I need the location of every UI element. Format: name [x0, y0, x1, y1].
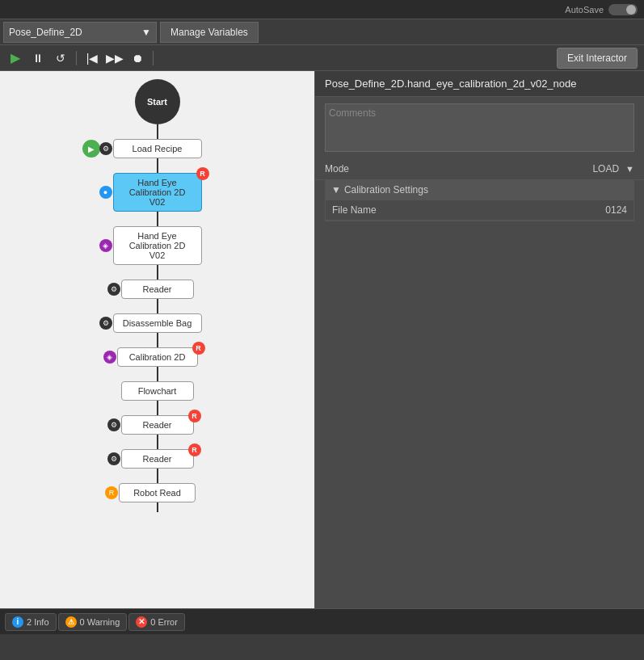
main-content: Start ▶ ⚙ Load Recipe ● R: [0, 71, 644, 608]
robot-read-icon: R: [105, 486, 118, 499]
hand-eye-1-label: Hand EyeCalibration 2DV02: [129, 178, 186, 207]
robot-read-label: Robot Read: [133, 488, 181, 498]
manage-variables-label: Manage Variables: [170, 27, 248, 38]
calibration-2d-icon: ◈: [103, 351, 116, 364]
node-load-recipe[interactable]: ▶ ⚙ Load Recipe: [113, 139, 202, 158]
reader-2-icon: ⚙: [107, 418, 120, 431]
node-hand-eye-2[interactable]: ◈ Hand EyeCalibration 2DV02: [113, 226, 202, 265]
reader-3-badge: R: [188, 444, 201, 456]
exit-interactor-button[interactable]: Exit Interactor: [557, 48, 638, 69]
robot-read-box[interactable]: R Robot Read: [119, 483, 196, 502]
manage-variables-button[interactable]: Manage Variables: [160, 22, 259, 43]
disassemble-bag-box[interactable]: ⚙ Disassemble Bag: [113, 313, 202, 333]
reader-1-box[interactable]: ⚙ Reader: [121, 280, 194, 299]
disassemble-bag-icon: ⚙: [99, 317, 112, 330]
flowchart-panel: Start ▶ ⚙ Load Recipe ● R: [0, 71, 315, 608]
connector-9: [157, 435, 158, 449]
load-recipe-icon: ⚙: [99, 142, 112, 155]
right-panel: Pose_Define_2D.hand_eye_calibration_2d_v…: [315, 71, 644, 608]
load-recipe-label: Load Recipe: [133, 144, 183, 153]
reader-3-icon: ⚙: [107, 452, 120, 465]
connector-4: [157, 265, 158, 280]
calib-val-filename: 0124: [605, 204, 627, 216]
hand-eye-2-box[interactable]: ◈ Hand EyeCalibration 2DV02: [113, 226, 202, 265]
comments-area[interactable]: Comments: [325, 103, 634, 152]
warning-status-badge[interactable]: ⚠ 0 Warning: [58, 613, 128, 631]
skip-forward-button[interactable]: ▶▶: [106, 49, 124, 67]
hand-eye-1-box[interactable]: ● R Hand EyeCalibration 2DV02: [113, 173, 202, 212]
warning-icon: ⚠: [65, 616, 77, 628]
mode-label: Mode: [325, 163, 592, 174]
reader-2-badge: R: [188, 410, 201, 422]
node-disassemble-bag[interactable]: ⚙ Disassemble Bag: [113, 313, 202, 333]
mode-value: LOAD: [592, 163, 619, 174]
node-robot-read[interactable]: R Robot Read: [119, 483, 196, 502]
error-status-badge[interactable]: ✕ 0 Error: [128, 613, 185, 631]
refresh-button[interactable]: ↺: [52, 49, 69, 67]
reader-2-label: Reader: [142, 420, 171, 430]
node-flowchart[interactable]: Flowchart: [121, 381, 194, 401]
node-reader-1[interactable]: ⚙ Reader: [121, 280, 194, 299]
autosave-toggle[interactable]: [608, 4, 638, 15]
autosave-label: AutoSave: [565, 5, 604, 15]
start-node-label: Start: [135, 79, 180, 124]
hand-eye-1-badge: R: [196, 167, 209, 180]
node-hand-eye-1[interactable]: ● R Hand EyeCalibration 2DV02: [113, 173, 202, 212]
reader-1-label: Reader: [142, 284, 171, 294]
play-indicator-icon: ▶: [82, 140, 100, 158]
calib-row-filename: File Name 0124: [326, 200, 633, 221]
calib-key-filename: File Name: [332, 204, 605, 216]
calib-body: File Name 0124: [325, 200, 634, 221]
node-title: Pose_Define_2D.hand_eye_calibration_2d_v…: [315, 71, 644, 97]
flowchart-box[interactable]: Flowchart: [121, 381, 194, 401]
reader-2-box[interactable]: ⚙ R Reader: [121, 415, 194, 435]
playback-bar: ▶ ⏸ ↺ |◀ ▶▶ ⏺ Exit Interactor: [0, 45, 644, 71]
autosave-area: AutoSave: [565, 4, 638, 15]
disassemble-bag-label: Disassemble Bag: [123, 318, 192, 328]
connector-2: [157, 158, 158, 173]
flowchart-area[interactable]: Start ▶ ⚙ Load Recipe ● R: [0, 71, 314, 608]
mode-row: Mode LOAD ▼: [315, 158, 644, 180]
node-reader-3[interactable]: ⚙ R Reader: [121, 449, 194, 469]
play-button[interactable]: ▶: [6, 49, 24, 67]
calib-header[interactable]: ▼ Calibration Settings: [325, 180, 634, 200]
load-recipe-box[interactable]: ⚙ Load Recipe: [113, 139, 202, 158]
separator-2: [153, 51, 154, 65]
record-button[interactable]: ⏺: [128, 49, 146, 67]
comments-placeholder: Comments: [329, 107, 376, 119]
calibration-section: ▼ Calibration Settings File Name 0124: [325, 180, 634, 221]
connector-6: [157, 333, 158, 347]
pose-define-label: Pose_Define_2D: [9, 27, 82, 38]
top-bar: AutoSave: [0, 0, 644, 19]
node-start[interactable]: Start: [135, 79, 180, 124]
calibration-2d-label: Calibration 2D: [129, 352, 186, 362]
error-label: 0 Error: [150, 617, 178, 627]
pose-define-dropdown[interactable]: Pose_Define_2D ▼: [3, 22, 157, 43]
connector-1: [157, 124, 158, 139]
connector-10: [157, 469, 158, 483]
reader-3-label: Reader: [142, 454, 171, 464]
hand-eye-2-icon: ◈: [99, 239, 112, 252]
connector-11: [157, 502, 158, 512]
pause-button[interactable]: ⏸: [29, 49, 47, 67]
mode-dropdown-icon[interactable]: ▼: [625, 164, 634, 174]
bottom-status-bar: i 2 Info ⚠ 0 Warning ✕ 0 Error: [0, 608, 644, 634]
warning-label: 0 Warning: [80, 617, 120, 627]
node-reader-2[interactable]: ⚙ R Reader: [121, 415, 194, 435]
separator-1: [76, 51, 77, 65]
calibration-2d-box[interactable]: ◈ R Calibration 2D: [117, 347, 198, 367]
hand-eye-1-icon: ●: [99, 186, 112, 199]
calib-header-label: Calibration Settings: [344, 184, 428, 195]
connector-8: [157, 401, 158, 415]
node-calibration-2d[interactable]: ◈ R Calibration 2D: [117, 347, 198, 367]
info-label: 2 Info: [27, 617, 49, 627]
flowchart-label: Flowchart: [138, 386, 177, 396]
reader-3-box[interactable]: ⚙ R Reader: [121, 449, 194, 469]
connector-5: [157, 299, 158, 313]
info-status-badge[interactable]: i 2 Info: [5, 613, 57, 631]
step-back-button[interactable]: |◀: [83, 49, 101, 67]
dropdown-arrow-icon: ▼: [141, 27, 151, 38]
hand-eye-2-label: Hand EyeCalibration 2DV02: [129, 231, 186, 260]
connector-3: [157, 212, 158, 226]
reader-1-icon: ⚙: [107, 283, 120, 296]
